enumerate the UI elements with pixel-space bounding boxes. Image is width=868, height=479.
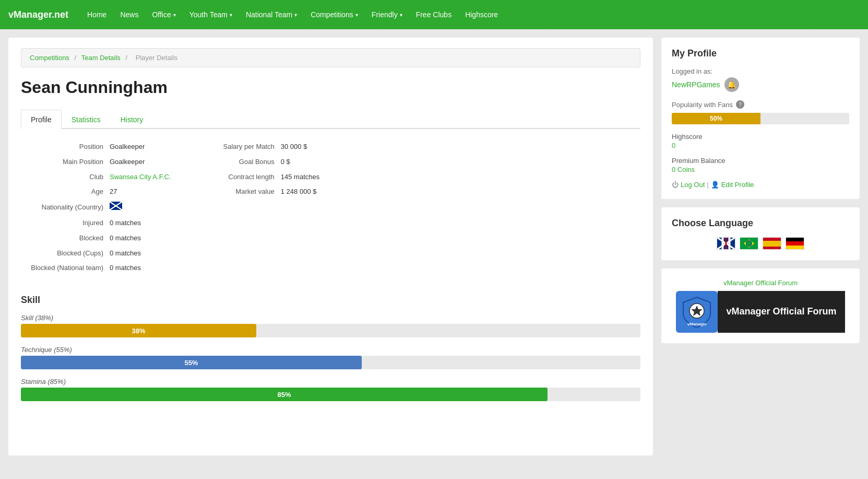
nav-links: Home News Office ▾ Youth Team ▾ National… [81,6,504,23]
nav-item-youth-team[interactable]: Youth Team ▾ [183,6,239,23]
breadcrumb-sep-1: / [75,54,78,62]
nav-link-office[interactable]: Office ▾ [146,6,182,23]
nav-link-youth-team[interactable]: Youth Team ▾ [183,6,239,23]
page-container: Competitions / Team Details / Player Det… [0,29,868,464]
value-main-position: Goalkeeper [110,157,145,168]
label-blocked-national: Blocked (National team) [21,263,110,274]
fans-bar-text: 50% [710,115,722,122]
sidebar: My Profile Logged in as: NewRPGames 🔔 Po… [661,38,860,455]
lang-flags [672,237,849,250]
office-dropdown-arrow: ▾ [173,12,176,18]
label-market-value: Market value [192,186,281,197]
nav-item-highscore[interactable]: Highscore [459,6,504,23]
nav-link-highscore[interactable]: Highscore [459,6,504,23]
language-card-title: Choose Language [672,218,849,229]
power-icon: ⏻ [672,181,679,189]
logout-link[interactable]: Log Out [681,181,705,189]
value-injured: 0 matches [110,218,141,229]
lang-flag-es[interactable] [763,237,781,250]
row-nationality: Nationality (Country) [21,202,171,214]
row-goal-bonus: Goal Bonus 0 $ [192,157,338,168]
label-injured: Injured [21,218,110,229]
premium-value: 0 Coins [672,166,849,173]
player-name: Sean Cunningham [21,78,640,97]
tabs: Profile Statistics History [21,110,640,129]
fans-info-icon[interactable]: ? [736,100,744,109]
breadcrumb: Competitions / Team Details / Player Det… [21,48,640,67]
choose-language-card: Choose Language [661,207,860,260]
skill-bar-1: 38% [21,324,256,337]
nav-item-office[interactable]: Office ▾ [146,6,182,23]
row-blocked: Blocked 0 matches [21,233,171,244]
row-market-value: Market value 1 248 000 $ [192,186,338,197]
detail-table-right: Salary per Match 30 000 $ Goal Bonus 0 $… [192,142,338,278]
row-blocked-cups: Blocked (Cups) 0 matches [21,248,171,259]
label-blocked: Blocked [21,233,110,244]
forum-logo-text: vManager [687,322,707,326]
tab-statistics[interactable]: Statistics [62,110,111,129]
skill-bar-2-text: 55% [184,359,198,367]
row-age: Age 27 [21,186,171,197]
edit-profile-link[interactable]: Edit Profile [721,181,754,189]
label-position: Position [21,142,110,153]
username-row: NewRPGames 🔔 [672,77,849,92]
nav-item-national-team[interactable]: National Team ▾ [240,6,303,23]
skill-bar-3-text: 85% [277,391,291,399]
row-position: Position Goalkeeper [21,142,171,153]
label-salary: Salary per Match [192,142,281,153]
nav-item-home[interactable]: Home [81,6,113,23]
friendly-dropdown-arrow: ▾ [400,12,402,18]
scotland-flag [110,202,122,210]
label-club: Club [21,172,110,183]
nav-item-friendly[interactable]: Friendly ▾ [365,6,409,23]
skill-section: Skill Skill (38%) 38% Technique (55%) 55… [21,295,640,401]
nav-link-news[interactable]: News [114,6,145,23]
breadcrumb-competitions[interactable]: Competitions [30,54,69,62]
skill-bar-2: 55% [21,356,362,369]
nav-link-national-team[interactable]: National Team ▾ [240,6,303,23]
row-injured: Injured 0 matches [21,218,171,229]
tab-history[interactable]: History [111,110,153,129]
username-link[interactable]: NewRPGames [672,80,720,89]
value-blocked: 0 matches [110,233,141,244]
tab-profile[interactable]: Profile [21,110,62,129]
skill-bar-2-container: 55% [21,356,640,369]
forum-card: vManager Official Forum vManager vManage… [661,268,860,343]
label-contract: Contract length [192,172,281,183]
lang-flag-de[interactable] [786,237,804,250]
breadcrumb-team-details[interactable]: Team Details [81,54,121,62]
value-club[interactable]: Swansea City A.F.C. [110,172,171,183]
fans-label: Popularity with Fans [672,101,733,109]
youth-dropdown-arrow: ▾ [230,12,232,18]
nav-link-free-clubs[interactable]: Free Clubs [410,6,458,23]
value-blocked-cups: 0 matches [110,248,141,259]
lang-flag-br[interactable] [740,237,758,250]
row-blocked-national: Blocked (National team) 0 matches [21,263,171,274]
breadcrumb-player-details: Player Details [136,54,177,62]
row-salary: Salary per Match 30 000 $ [192,142,338,153]
skill-bar-3-label: Stamina (85%) [21,378,640,385]
skill-bar-1-text: 38% [132,327,146,335]
value-age: 27 [110,186,117,197]
my-profile-card: My Profile Logged in as: NewRPGames 🔔 Po… [661,38,860,199]
nav-item-competitions[interactable]: Competitions ▾ [304,6,364,23]
nav-link-friendly[interactable]: Friendly ▾ [365,6,409,23]
person-icon: 👤 [711,181,719,189]
main-content: Competitions / Team Details / Player Det… [8,38,653,455]
forum-shield-icon: vManager [682,296,711,328]
label-nationality: Nationality (Country) [21,202,110,213]
forum-logo: vManager [676,291,718,333]
forum-text-box[interactable]: vManager Official Forum [718,291,845,333]
nav-item-news[interactable]: News [114,6,145,23]
nav-link-competitions[interactable]: Competitions ▾ [304,6,364,23]
nav-item-free-clubs[interactable]: Free Clubs [410,6,458,23]
lang-flag-en[interactable] [717,237,735,250]
value-market-value: 1 248 000 $ [281,186,317,197]
highscore-value: 0 [672,142,849,149]
forum-link[interactable]: vManager Official Forum [672,279,849,287]
auth-separator: | [707,181,708,189]
nav-link-home[interactable]: Home [81,6,113,23]
brand-logo[interactable]: vManager.net [8,9,68,20]
fans-bar-container: 50% [672,113,849,124]
value-nationality [110,202,122,214]
